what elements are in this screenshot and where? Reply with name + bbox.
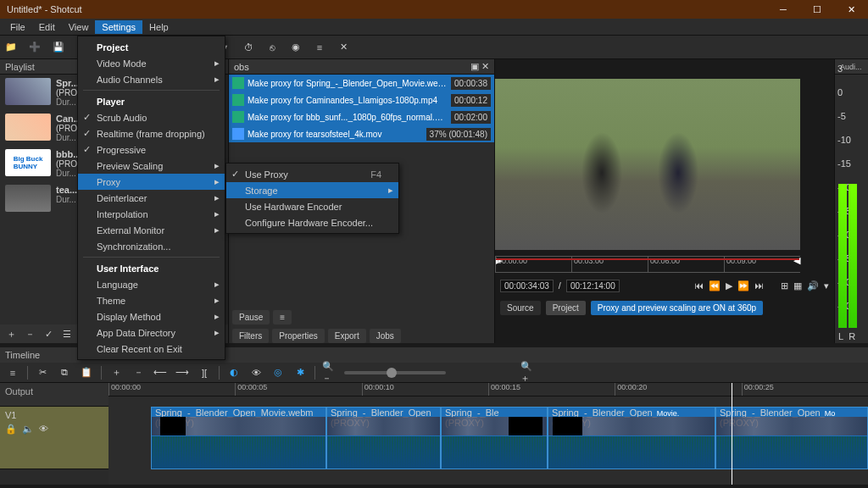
fullscreen-icon[interactable]: ▾ xyxy=(824,280,829,291)
out-marker-icon[interactable]: ◀ xyxy=(793,255,800,266)
menu-storage[interactable]: Storage▸ xyxy=(226,182,398,198)
cut-icon[interactable]: ✂ xyxy=(35,365,50,380)
tab-source[interactable]: Source xyxy=(500,301,541,315)
tab-filters[interactable]: Filters xyxy=(232,329,269,343)
rewind-icon[interactable]: ⏪ xyxy=(709,280,721,291)
menu-app-data[interactable]: App Data Directory▸ xyxy=(78,324,225,341)
open-icon[interactable]: 📁 xyxy=(3,40,19,55)
pause-button[interactable]: Pause xyxy=(232,310,270,324)
record-icon[interactable]: ◉ xyxy=(288,40,303,55)
close-button[interactable]: ✕ xyxy=(834,0,868,19)
paste-icon[interactable]: 📋 xyxy=(79,365,94,380)
meter-right xyxy=(849,184,857,328)
timer-icon[interactable]: ⏱ xyxy=(241,40,256,55)
skip-start-icon[interactable]: ⏮ xyxy=(694,280,704,291)
job-row[interactable]: Make proxy for bbb_sunf..._1080p_60fps_n… xyxy=(229,108,494,125)
tl-menu-icon[interactable]: ≡ xyxy=(5,365,20,380)
tab-jobs[interactable]: Jobs xyxy=(370,329,401,343)
menu-use-proxy[interactable]: ✓Use ProxyF4 xyxy=(226,166,398,182)
track-v1[interactable]: V1 🔒🔈👁 xyxy=(0,407,108,469)
hide-icon[interactable]: 👁 xyxy=(39,424,48,435)
tab-properties[interactable]: Properties xyxy=(272,329,325,343)
overwrite-icon[interactable]: ⟶ xyxy=(175,365,190,380)
check-icon[interactable]: ✓ xyxy=(41,329,56,340)
timeline-clip[interactable]: Spring_-_Ble(PROXY) xyxy=(441,407,548,469)
check-icon xyxy=(232,77,244,89)
maximize-button[interactable]: ☐ xyxy=(800,0,834,19)
menu-display-method[interactable]: Display Method▸ xyxy=(78,308,225,324)
snap-icon[interactable]: ◐ xyxy=(226,365,242,380)
tab-project[interactable]: Project xyxy=(546,301,586,315)
stack-icon[interactable]: ≡ xyxy=(312,40,327,55)
menu-settings[interactable]: Settings xyxy=(95,20,142,34)
play-icon[interactable]: ▶ xyxy=(726,280,732,291)
timeline-clip[interactable]: Spring_-_Blender_Open_Mo(PROXY) xyxy=(715,407,868,469)
timeline-ruler[interactable]: 00:00:00 00:00:05 00:00:10 00:00:15 00:0… xyxy=(108,383,868,396)
timecode-current[interactable]: 00:00:34:03 xyxy=(500,280,554,292)
remove-icon[interactable]: － xyxy=(131,365,146,380)
menu-interpolation[interactable]: Interpolation▸ xyxy=(78,206,225,222)
job-row[interactable]: Make proxy for Caminandes_Llamigos-1080p… xyxy=(229,92,494,108)
ripple-icon[interactable]: ◎ xyxy=(270,365,286,380)
menu-button[interactable]: ≡ xyxy=(273,310,292,324)
menu-proxy[interactable]: Proxy▸ xyxy=(78,174,225,190)
menu-scrub-audio[interactable]: ✓Scrub Audio xyxy=(78,109,225,125)
menu-use-hw-encoder[interactable]: Use Hardware Encoder xyxy=(226,198,398,214)
expand-icon[interactable]: ✕ xyxy=(336,40,351,55)
volume-icon[interactable]: 🔊 xyxy=(807,280,819,291)
track-output[interactable]: Output xyxy=(0,383,108,407)
add-icon[interactable]: ＋ xyxy=(3,328,19,341)
up-icon[interactable]: ☰ xyxy=(59,329,75,340)
copy-icon[interactable]: ⧉ xyxy=(57,365,72,380)
append-icon[interactable]: ＋ xyxy=(108,365,124,380)
settings-menu: Project Video Mode▸ Audio Channels▸ Play… xyxy=(77,36,225,360)
menu-help[interactable]: Help xyxy=(142,20,175,34)
skip-end-icon[interactable]: ⏭ xyxy=(754,280,764,291)
menu-external-monitor[interactable]: External Monitor▸ xyxy=(78,222,225,238)
mute-icon[interactable]: 🔈 xyxy=(22,424,34,435)
split-icon[interactable]: ][ xyxy=(197,365,212,380)
menu-file[interactable]: File xyxy=(3,20,32,34)
menu-preview-scaling[interactable]: Preview Scaling▸ xyxy=(78,158,225,174)
menu-configure-hw[interactable]: Configure Hardware Encoder... xyxy=(226,214,398,230)
ripple-all-icon[interactable]: ✱ xyxy=(292,365,308,380)
menu-edit[interactable]: Edit xyxy=(32,20,62,34)
zoom-in-icon[interactable]: 🔍＋ xyxy=(520,365,536,380)
zoom-slider[interactable] xyxy=(344,371,446,374)
video-preview[interactable] xyxy=(495,79,800,250)
menu-view[interactable]: View xyxy=(62,20,96,34)
zoom-out-icon[interactable]: 🔍－ xyxy=(322,365,337,380)
preview-ruler[interactable]: ▶ 00:00:0000:03:0000:06:0000:09:00 ◀ xyxy=(495,256,800,273)
menu-synchronization[interactable]: Synchronization... xyxy=(78,238,225,254)
timeline-clip[interactable]: Spring_-_Blender_Open_Movie.webm(PROXY) xyxy=(151,407,326,469)
menu-audio-channels[interactable]: Audio Channels▸ xyxy=(78,71,225,87)
menu-video-mode[interactable]: Video Mode▸ xyxy=(78,55,225,71)
tab-export[interactable]: Export xyxy=(328,329,366,343)
playhead[interactable] xyxy=(732,383,732,485)
zoom-fit-icon[interactable]: ⊞ xyxy=(781,280,788,291)
lock-icon[interactable]: 🔒 xyxy=(5,424,17,435)
transport-bar: 00:00:34:03 / 00:12:14:00 ⏮ ⏪ ▶ ⏩ ⏭ ⊞ ▦ … xyxy=(495,276,834,295)
marker-icon[interactable]: ⎋ xyxy=(264,40,280,55)
job-row[interactable]: Make proxy for tearsofsteel_4k.mov37% (0… xyxy=(229,125,494,142)
proxy-submenu: ✓Use ProxyF4 Storage▸ Use Hardware Encod… xyxy=(225,163,399,234)
scrub-icon[interactable]: 👁 xyxy=(248,365,264,380)
save-icon[interactable]: 💾 xyxy=(51,40,66,55)
menu-progressive[interactable]: ✓Progressive xyxy=(78,141,225,158)
grid-icon[interactable]: ▦ xyxy=(793,280,802,291)
menu-language[interactable]: Language▸ xyxy=(78,276,225,292)
append-icon[interactable]: ➕ xyxy=(27,40,42,55)
job-row[interactable]: Make proxy for Spring_-_Blender_Open_Mov… xyxy=(229,75,494,92)
menu-deinterlacer[interactable]: Deinterlacer▸ xyxy=(78,190,225,206)
lift-icon[interactable]: ⟵ xyxy=(153,365,168,380)
timeline-clip[interactable]: Spring_-_Blender_Open(PROXY) xyxy=(326,407,441,469)
proxy-notice[interactable]: Proxy and preview scaling are ON at 360p xyxy=(591,301,763,315)
fastfwd-icon[interactable]: ⏩ xyxy=(737,280,749,291)
menu-realtime[interactable]: ✓Realtime (frame dropping) xyxy=(78,125,225,141)
window-title: Untitled* - Shotcut xyxy=(7,4,766,14)
menu-clear-recent[interactable]: Clear Recent on Exit xyxy=(78,341,225,357)
menu-theme[interactable]: Theme▸ xyxy=(78,292,225,308)
remove-icon[interactable]: － xyxy=(22,328,37,341)
minimize-button[interactable]: ─ xyxy=(766,0,800,19)
timeline-clip[interactable]: Spring_-_Blender_Open_Movie.(PROXY) xyxy=(548,407,715,469)
